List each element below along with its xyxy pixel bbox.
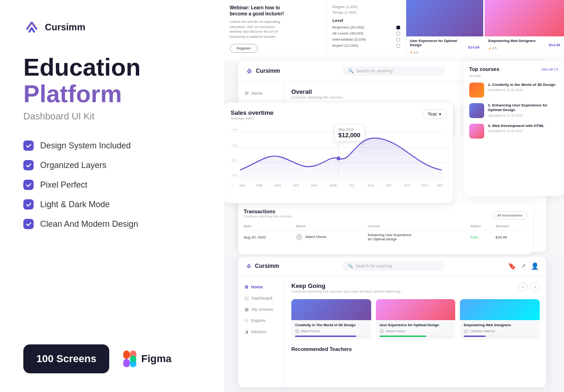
bottom-sidebar-my-courses[interactable]: ▦ My courses (238, 304, 284, 315)
dash-logo-text: Cursimm (256, 68, 280, 74)
filter-check-beginners[interactable] (396, 26, 400, 29)
bottom-sidebar-mentors[interactable]: ◑ Mentors (238, 326, 284, 337)
kg-teacher-2: Janine Guzizi (380, 329, 452, 334)
tc-name-1: 1. Creativity in the World of 3D Design (488, 83, 556, 87)
year-button[interactable]: Year ▾ (423, 109, 446, 119)
top-course-card-2: Empowering Web Designers ★ 4.5 $14.99 (485, 0, 564, 61)
svg-text:AUG: AUG (367, 184, 374, 187)
bottom-sidebar-label-dashboard: Dashboard (252, 296, 272, 301)
svg-text:SEP: SEP (385, 184, 392, 187)
tc-date-1: Uploaded at 12.24.2022 (488, 88, 556, 91)
feature-text-1: Design System Included (40, 141, 131, 151)
filter-row-4: Expert (12,034) (332, 43, 400, 48)
bottom-search[interactable]: 🔍 Search for anything (342, 261, 445, 271)
tr-sub: Continue watching the courses. (244, 214, 293, 218)
tc-sub: Subtitle (469, 74, 558, 78)
svg-text:JAN: JAN (239, 184, 245, 187)
tr-title: Transactions (244, 209, 293, 214)
tc-name-3: 3. Web Development with HTML (488, 124, 544, 128)
feature-item-4: Light & Dark Mode (23, 199, 201, 210)
left-panel: Cursimm Education Platform Dashboard UI … (0, 0, 224, 392)
bottom-sidebar-dashboard[interactable]: ◱ Dashboard (238, 293, 284, 304)
bottom-bookmark-icon[interactable]: 🔖 (508, 262, 516, 270)
kg-teacher-3: Carmela Salamm (464, 329, 536, 334)
logo-row: Cursimm (23, 19, 201, 35)
sales-card: Sales overtime Average sales Year ▾ 70K … (224, 103, 453, 203)
next-arrow[interactable]: › (530, 282, 540, 292)
level-label: Level (332, 18, 400, 23)
all-transactions-button[interactable]: All transactions (493, 211, 527, 219)
prev-arrow[interactable]: ‹ (518, 282, 528, 292)
svg-text:0: 0 (232, 183, 233, 188)
svg-text:OCT: OCT (404, 184, 411, 187)
bottom-dash-icons: 🔖 ↗ 👤 (508, 262, 539, 270)
chart-tooltip: May 2023 $12,000 (334, 125, 365, 141)
bottom-logo-text: Cursimm (255, 263, 279, 269)
top-courses-card: Top courses See all (7) Subtitle 1. Crea… (464, 61, 564, 196)
year-label: Year (428, 112, 437, 117)
check-icon-3 (23, 180, 34, 190)
kg-avatar-1 (295, 329, 300, 334)
filter-check-all[interactable] (396, 32, 400, 35)
top-course-card-1: User Experience for Optimal Design ★ 4.5… (406, 0, 483, 61)
filter-row-2: All Levels (49,034) (332, 31, 400, 35)
bottom-sidebar-home[interactable]: ⊞ Home (238, 281, 284, 293)
kg-course-name-2: User Experience for Optimal Design (380, 323, 452, 328)
filter-card: Magyar (1,492) Telugu (1,402) Level Begi… (327, 0, 406, 61)
col-status: Status (470, 224, 495, 231)
bottom-avatar-icon[interactable]: 👤 (531, 262, 539, 270)
right-panel: Webinar: Learn how tobecome a good lectu… (224, 0, 564, 392)
filter-check-intermediate[interactable] (396, 38, 400, 42)
dash-logo-icon (246, 67, 253, 75)
bottom-share-icon[interactable]: ↗ (521, 262, 526, 270)
kg-avatar-3 (464, 329, 468, 334)
transactions-card: Transactions Continue watching the cours… (238, 203, 532, 254)
progress-bar-2 (380, 336, 452, 337)
kg-course-1: Creativity in The World of 3D Design Alb… (291, 299, 371, 340)
see-all-button[interactable]: See all (7) (542, 67, 558, 71)
webinar-desc: Unlock the secrets of captivatingeducati… (230, 20, 321, 39)
search-icon: 🔍 (348, 69, 353, 73)
sidebar-item-home[interactable]: ⊞ Home (238, 87, 284, 99)
kg-course-2: User Experience for Optimal Design Janin… (376, 299, 456, 340)
feature-item-3: Pixel Perfect (23, 180, 201, 190)
chart-area: 70K 40K 20K 20K 0 (231, 122, 446, 188)
tr-name: Albert Flores (296, 231, 368, 244)
sidebar-label-home: Home (251, 91, 262, 96)
bottom-row: 100 Screens Figma (23, 344, 201, 373)
bottom-home-icon: ⊞ (245, 285, 248, 289)
tc-item-2: 2. Enhancing User Experience for Optimal… (469, 103, 558, 118)
bottom-topbar: Cursimm 🔍 Search for anything 🔖 ↗ 👤 (238, 257, 546, 276)
tc-thumb-2 (469, 103, 484, 118)
recommended-teachers-label: Recommended Teachers (291, 346, 540, 352)
bottom-sidebar: ⊞ Home ◱ Dashboard ▦ My courses ⚇ Explor… (238, 276, 285, 387)
tr-avatar (296, 234, 303, 240)
kg-course-name-3: Empowering Web Designers (464, 323, 536, 328)
sales-sub: Average sales (231, 116, 274, 120)
headline-text: Education Platform (23, 54, 201, 107)
headline-accent: Platform (23, 80, 122, 107)
bottom-dashboard-icon: ◱ (245, 296, 249, 301)
bottom-sidebar-explore[interactable]: ⚇ Explore (238, 315, 284, 326)
register-button[interactable]: Register (230, 44, 258, 53)
kg-thumb-2 (376, 299, 456, 320)
col-course: Course (368, 224, 470, 231)
svg-text:MAR: MAR (274, 184, 281, 187)
svg-text:40K: 40K (232, 143, 238, 147)
filter-check-expert[interactable] (396, 44, 400, 48)
svg-rect-2 (123, 359, 130, 367)
sales-title: Sales overtime (231, 109, 274, 116)
svg-text:JUL: JUL (349, 184, 355, 187)
bottom-sidebar-label-explore: Explore (251, 318, 266, 323)
home-icon: ⊞ (245, 91, 248, 96)
kg-avatar-2 (380, 329, 384, 334)
check-icon-5 (23, 219, 34, 229)
figma-badge: Figma (123, 350, 171, 367)
svg-text:70K: 70K (232, 128, 238, 132)
tc-item-3: 3. Web Development with HTML Uploaded at… (469, 124, 558, 139)
tc-thumb-3 (469, 124, 484, 139)
logo-icon (23, 19, 40, 35)
svg-text:DEC: DEC (437, 184, 444, 187)
dash-search[interactable]: 🔍 Search for anything (343, 66, 445, 76)
feature-item-5: Clean And Modern Design (23, 219, 201, 229)
